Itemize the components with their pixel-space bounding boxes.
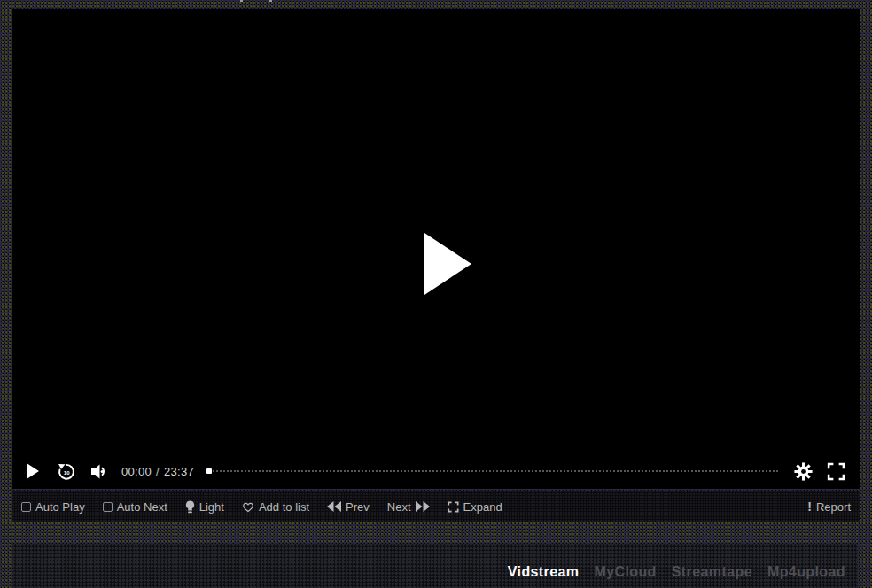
auto-next-label: Auto Next [117, 500, 167, 514]
rewind-10-icon: 10 [57, 461, 76, 482]
rewind-10-button[interactable]: 10 [57, 461, 76, 482]
exclamation-icon: ! [807, 500, 812, 513]
player-toolbar: Auto Play Auto Next Light Add to list [12, 491, 860, 522]
big-play-button[interactable] [424, 233, 471, 295]
next-label: Next [387, 500, 411, 514]
progress-bar[interactable] [206, 468, 778, 475]
heart-icon [242, 501, 254, 513]
time-separator: / [156, 465, 160, 478]
clipped-text-fragment [269, 0, 272, 2]
add-to-list-button[interactable]: Add to list [242, 500, 309, 514]
auto-play-toggle[interactable]: Auto Play [21, 500, 85, 514]
progress-track[interactable] [206, 470, 778, 472]
prev-episode-button[interactable]: Prev [327, 500, 370, 514]
volume-icon [90, 463, 109, 480]
volume-button[interactable] [90, 463, 109, 480]
prev-icon [327, 501, 341, 512]
fullscreen-button[interactable] [827, 462, 845, 481]
play-icon [27, 463, 39, 479]
auto-next-toggle[interactable]: Auto Next [103, 500, 167, 514]
server-selector: Vidstream MyCloud Streamtape Mp4upload [12, 544, 858, 588]
time-display: 00:00 / 23:37 [121, 465, 194, 478]
play-button[interactable] [27, 463, 57, 479]
auto-play-label: Auto Play [35, 500, 85, 514]
server-streamtape[interactable]: Streamtape [672, 564, 752, 580]
next-icon [416, 501, 430, 512]
next-episode-button[interactable]: Next [387, 500, 430, 514]
rewind-seconds-label: 10 [64, 470, 70, 476]
server-mycloud[interactable]: MyCloud [594, 564, 656, 580]
expand-button[interactable]: Expand [448, 500, 502, 514]
fullscreen-icon [827, 462, 845, 481]
duration: 23:37 [164, 465, 194, 478]
checkbox-icon[interactable] [103, 502, 113, 512]
progress-scrubber[interactable] [206, 468, 212, 474]
lightbulb-icon [185, 500, 195, 514]
current-time: 00:00 [121, 465, 152, 478]
gear-icon [794, 462, 813, 481]
expand-icon [448, 501, 459, 513]
light-toggle[interactable]: Light [185, 500, 224, 514]
server-mp4upload[interactable]: Mp4upload [767, 564, 845, 580]
report-label: Report [816, 500, 851, 514]
expand-label: Expand [463, 500, 502, 514]
report-button[interactable]: ! Report [807, 500, 851, 514]
video-player: 10 00:00 / 23:37 [12, 9, 860, 522]
server-vidstream[interactable]: Vidstream [508, 564, 580, 580]
light-label: Light [199, 500, 224, 514]
player-control-bar: 10 00:00 / 23:37 [12, 453, 860, 489]
checkbox-icon[interactable] [21, 502, 31, 512]
prev-label: Prev [346, 500, 370, 514]
clipped-text-fragment [240, 0, 243, 2]
page-background: { "player": { "big_play_icon": "play-tri… [0, 0, 872, 588]
settings-button[interactable] [794, 462, 813, 481]
video-viewport[interactable]: 10 00:00 / 23:37 [12, 9, 860, 489]
add-to-list-label: Add to list [259, 500, 309, 514]
